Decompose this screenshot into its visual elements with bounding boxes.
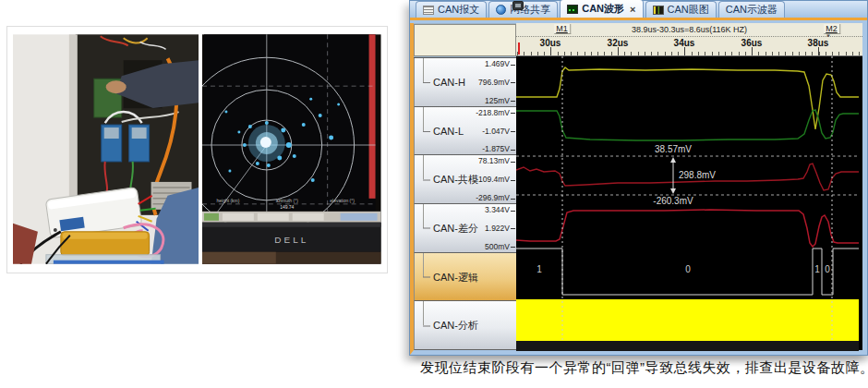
sidebar-header	[414, 24, 516, 56]
scale-value: -109.4mV	[476, 175, 510, 184]
tab-label: CAN报文	[438, 3, 479, 17]
logic-bit-label: 1	[536, 264, 542, 274]
tab-close-icon[interactable]: ×	[630, 4, 635, 15]
network-share-icon	[496, 5, 506, 15]
radar-label-height: height (km)	[217, 198, 240, 203]
waveform-area[interactable]: 38.57mV298.8mV-260.3mV1010	[516, 56, 862, 350]
channel-row-can-diff[interactable]: CAN-差分 3.344V 1.922V 500mV	[414, 204, 516, 253]
photo-card: height (km) azimuth (°) elevation (°) 14…	[6, 26, 388, 273]
measurement-annotation: -260.3mV	[653, 196, 693, 206]
channel-name: CAN-分析	[423, 319, 478, 333]
measurement-text: 38.9us-30.3us=8.6us(116K HZ)	[632, 25, 747, 34]
tab-can-messages[interactable]: CAN报文	[416, 1, 487, 18]
channel-row-can-logic[interactable]: CAN-逻辑	[414, 253, 516, 302]
eye-diagram-icon	[653, 6, 664, 15]
channel-rows: CAN-H 1.469V 796.9mV 125mV CAN-L -218.8m…	[414, 57, 516, 350]
oscilloscope-icon	[512, 1, 524, 10]
scale-value: 796.9mV	[478, 78, 510, 87]
radar-label-elevation: elevation (°)	[331, 198, 356, 203]
scale-value: -1.875V	[482, 144, 510, 153]
tab-can-oscilloscope[interactable]: CAN示波器	[718, 1, 785, 18]
analysis-block	[516, 299, 859, 341]
tab-label: CAN眼图	[668, 3, 709, 17]
cabinet-door-edge	[69, 34, 78, 214]
waveform-traces: 38.57mV298.8mV-260.3mV1010	[516, 56, 859, 351]
channel-name: CAN-H	[423, 77, 465, 88]
scale-value: -218.8mV	[476, 108, 510, 117]
scale-value: 3.344V	[485, 205, 510, 214]
logic-bit-label: 0	[825, 264, 830, 274]
can-analyzer-window: CAN报文 网络共享 CAN波形 × CAN眼图 CAN示波器	[409, 0, 868, 356]
window-body: CAN-H 1.469V 796.9mV 125mV CAN-L -218.8m…	[410, 23, 867, 355]
waveform-icon	[567, 5, 578, 14]
scale-value: -296.9mV	[476, 193, 510, 202]
channel-name: CAN-共模	[423, 173, 478, 187]
blue-stool	[54, 261, 164, 264]
trace-can-diff	[516, 210, 859, 247]
dell-logo: DELL	[275, 235, 309, 245]
tab-can-waveform[interactable]: CAN波形 ×	[560, 0, 643, 18]
monitor-bezel: DELL	[202, 223, 381, 252]
channel-row-can-analysis[interactable]: CAN-分析	[414, 301, 516, 350]
channel-name: CAN-差分	[423, 221, 478, 235]
message-list-icon	[423, 6, 434, 15]
scale-value: 1.469V	[485, 59, 510, 68]
channel-row-can-l[interactable]: CAN-L -218.8mV -1.047V -1.875V	[414, 107, 516, 156]
channel-name: CAN-L	[423, 126, 464, 137]
desk	[202, 252, 381, 264]
windows-taskbar	[202, 212, 381, 223]
scale-value: 500mV	[485, 242, 510, 251]
channel-sidebar: CAN-H 1.469V 796.9mV 125mV CAN-L -218.8m…	[414, 23, 516, 350]
photo-monitor-radar: height (km) azimuth (°) elevation (°) 14…	[202, 34, 381, 264]
bottom-strip	[516, 341, 859, 351]
logic-bit-label: 0	[685, 264, 691, 274]
measurement-annotation: 298.8mV	[679, 170, 716, 180]
cursor-m2-marker[interactable]: M2▾	[824, 24, 840, 34]
ruler-tick-label: 34us	[674, 38, 695, 48]
scale-value: -1.047V	[482, 127, 510, 136]
time-ruler[interactable]: 30us32us34us36us38us	[516, 37, 862, 56]
scale-value: 78.13mV	[478, 156, 510, 165]
channel-row-can-h[interactable]: CAN-H 1.469V 796.9mV 125mV	[414, 58, 516, 107]
tab-label: CAN示波器	[726, 3, 778, 17]
page: height (km) azimuth (°) elevation (°) 14…	[0, 0, 868, 388]
radar-azimuth-value: 149.74	[281, 204, 295, 210]
photo-field-setup	[13, 34, 199, 264]
tab-label: CAN波形	[582, 2, 624, 16]
scale-value: 1.922V	[485, 224, 510, 233]
ruler-tick-label: 30us	[540, 38, 561, 48]
trace-can-h	[516, 67, 859, 129]
radar-label-azimuth: azimuth (°)	[276, 198, 298, 203]
trace-can-l	[516, 110, 859, 140]
arrow-head-up	[670, 157, 676, 163]
cursor-m1-marker[interactable]: M1	[554, 24, 571, 34]
arrow-head-down	[670, 188, 676, 194]
red-cable-edge	[369, 34, 376, 199]
ruler-tick-label: 38us	[808, 38, 829, 48]
logic-bit-label: 1	[814, 264, 820, 274]
tab-bar: CAN报文 网络共享 CAN波形 × CAN眼图 CAN示波器	[410, 1, 867, 20]
scope-panel: M1 38.9us-30.3us=8.6us(116K HZ) M2▾ 30us…	[516, 23, 862, 350]
channel-row-can-common[interactable]: CAN-共模 78.13mV -109.4mV -296.9mV	[414, 155, 516, 204]
measurement-annotation: 38.57mV	[655, 144, 692, 154]
caption-text: 发现位结束阶段有一个异常的“回弹”导致总线失效，排查出是设备故障。	[420, 359, 863, 377]
yellow-case	[61, 232, 150, 256]
scale-value: 125mV	[485, 96, 510, 105]
ruler-tick-label: 32us	[608, 38, 629, 48]
measurement-bar: M1 38.9us-30.3us=8.6us(116K HZ) M2▾	[516, 23, 862, 37]
channel-name: CAN-逻辑	[423, 270, 478, 284]
tab-can-eye[interactable]: CAN眼图	[645, 1, 717, 18]
ruler-tick-label: 36us	[741, 38, 763, 48]
